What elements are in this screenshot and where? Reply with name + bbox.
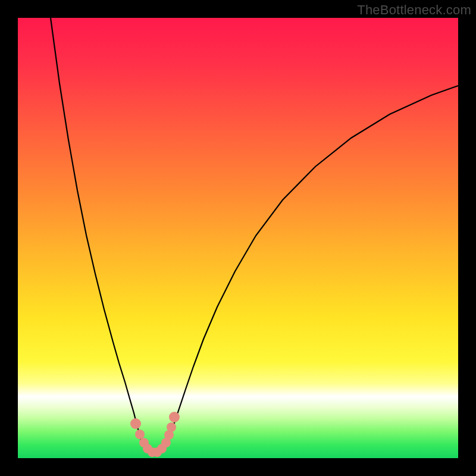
valley-marker [135,430,145,439]
valley-marker [169,412,180,422]
curve-left-branch [51,18,142,445]
valley-markers-group [130,412,180,457]
attribution-text: TheBottleneck.com [357,2,471,18]
valley-marker [130,418,141,429]
curve-right-branch [165,86,458,446]
valley-marker [167,422,176,432]
plot-area [18,18,458,458]
chart-frame: TheBottleneck.com [0,0,476,476]
curve-layer [18,18,458,458]
